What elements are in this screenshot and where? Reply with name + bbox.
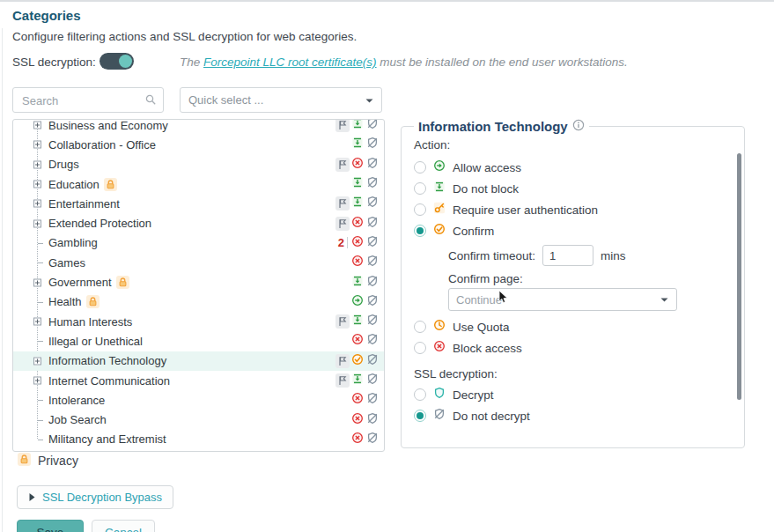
expand-icon[interactable] bbox=[33, 200, 41, 208]
category-tree: Business and EconomyCollaboration - Offi… bbox=[12, 119, 385, 452]
option-label: Decrypt bbox=[453, 388, 494, 402]
radio-button[interactable] bbox=[414, 388, 426, 401]
flag-icon bbox=[335, 354, 350, 368]
flag-icon bbox=[335, 217, 350, 231]
tree-leaf-tick bbox=[38, 400, 43, 401]
expand-icon[interactable] bbox=[33, 181, 41, 188]
confirm-timeout-label: Confirm timeout: bbox=[448, 249, 535, 262]
row-status-icons bbox=[332, 216, 380, 232]
category-label: Collaboration - Office bbox=[48, 138, 156, 151]
option-label: Require user authentication bbox=[453, 203, 598, 217]
do-not-decrypt-icon bbox=[366, 119, 379, 133]
action-option-allow-access[interactable]: Allow access bbox=[414, 157, 733, 178]
action-option-do-not-block[interactable]: Do not block bbox=[414, 178, 733, 199]
row-status-icons bbox=[332, 157, 380, 173]
action-label: Action: bbox=[414, 138, 733, 151]
allow-access-icon bbox=[351, 294, 364, 310]
tree-row-games[interactable]: Games bbox=[13, 253, 384, 272]
pending-changes-badge: 2 bbox=[338, 236, 344, 249]
expand-icon[interactable] bbox=[33, 141, 41, 149]
cancel-button[interactable]: Cancel bbox=[92, 520, 155, 532]
confirm-page-dropdown[interactable]: Continue bbox=[448, 288, 677, 311]
panel-scrollbar-thumb[interactable] bbox=[737, 153, 741, 400]
quick-select-dropdown[interactable]: Quick select ... bbox=[180, 87, 382, 113]
confirm-timeout-input[interactable] bbox=[542, 245, 593, 266]
confirm-details: Confirm timeout: mins Confirm page: Cont… bbox=[448, 245, 733, 311]
badge-divider bbox=[347, 237, 348, 248]
expand-icon[interactable] bbox=[33, 219, 41, 227]
expand-icon[interactable] bbox=[33, 318, 41, 326]
tree-leaf-tick bbox=[38, 243, 43, 244]
search-box bbox=[12, 87, 164, 113]
flag-icon bbox=[335, 373, 350, 388]
tree-row-extended-protection[interactable]: Extended Protection bbox=[13, 213, 384, 233]
certificate-link[interactable]: Forcepoint LLC root certificate(s) bbox=[203, 55, 377, 69]
do-not-decrypt-icon bbox=[366, 275, 379, 291]
decrypt-shield-icon bbox=[433, 387, 446, 403]
radio-button[interactable] bbox=[414, 410, 426, 422]
lock-icon bbox=[18, 453, 31, 466]
do-not-decrypt-icon bbox=[366, 196, 379, 211]
tree-row-government[interactable]: Government bbox=[13, 272, 384, 292]
tree-row-drugs[interactable]: Drugs bbox=[13, 155, 384, 174]
radio-button[interactable] bbox=[414, 342, 426, 354]
tree-leaf-tick bbox=[38, 341, 43, 342]
row-status-icons: 2 bbox=[332, 235, 380, 251]
info-icon[interactable] bbox=[572, 119, 585, 134]
action-option-confirm[interactable]: Confirm bbox=[414, 220, 733, 241]
ssl-decryption-toggle[interactable] bbox=[100, 53, 134, 70]
expand-icon[interactable] bbox=[33, 122, 41, 129]
tree-row-internet-communication[interactable]: Internet Communication bbox=[13, 371, 384, 390]
tree-row-job-search[interactable]: Job Search bbox=[13, 410, 384, 429]
category-label: Health bbox=[48, 295, 100, 308]
option-label: Allow access bbox=[453, 161, 521, 174]
confirm-page-value: Continue bbox=[456, 293, 660, 307]
tree-row-education[interactable]: Education bbox=[13, 174, 384, 194]
expand-icon[interactable] bbox=[33, 160, 41, 168]
row-status-icons bbox=[332, 353, 380, 369]
radio-button[interactable] bbox=[414, 203, 426, 216]
expand-icon[interactable] bbox=[33, 278, 41, 286]
action-option-block-access[interactable]: Block access bbox=[414, 337, 733, 358]
block-access-icon bbox=[351, 392, 364, 408]
do-not-decrypt-icon bbox=[433, 408, 446, 424]
tree-row-collaboration-office[interactable]: Collaboration - Office bbox=[13, 135, 384, 154]
ssl-decryption-bypass-button[interactable]: SSL Decryption Bypass bbox=[17, 485, 173, 509]
tree-row-human-interests[interactable]: Human Interests bbox=[13, 312, 384, 331]
ssl-option-decrypt[interactable]: Decrypt bbox=[414, 384, 733, 405]
radio-button[interactable] bbox=[414, 225, 426, 237]
do-not-decrypt-icon bbox=[366, 314, 379, 329]
radio-button[interactable] bbox=[414, 182, 426, 195]
tree-row-intolerance[interactable]: Intolerance bbox=[13, 390, 384, 410]
action-option-require-user-authentication[interactable]: Require user authentication bbox=[414, 199, 733, 220]
expand-icon[interactable] bbox=[33, 377, 41, 385]
do-not-decrypt-icon bbox=[366, 294, 379, 310]
ssl-option-do-not-decrypt[interactable]: Do not decrypt bbox=[414, 405, 733, 426]
do-not-block-icon bbox=[433, 181, 446, 196]
privacy-row: Privacy bbox=[18, 453, 78, 469]
action-option-use-quota[interactable]: Use Quota bbox=[414, 316, 733, 337]
do-not-decrypt-icon bbox=[366, 157, 379, 173]
tree-row-information-technology[interactable]: Information Technology bbox=[13, 351, 384, 371]
category-label: Government bbox=[48, 276, 129, 289]
save-button[interactable]: Save bbox=[17, 520, 84, 532]
tree-row-health[interactable]: Health bbox=[13, 292, 384, 312]
do-not-decrypt-icon bbox=[366, 235, 379, 251]
search-input[interactable] bbox=[20, 89, 147, 113]
category-label: Militancy and Extremist bbox=[48, 432, 166, 446]
tree-row-business-and-economy[interactable]: Business and Economy bbox=[13, 119, 384, 135]
tree-row-entertainment[interactable]: Entertainment bbox=[13, 194, 384, 213]
lock-icon bbox=[86, 295, 100, 308]
radio-button[interactable] bbox=[414, 321, 426, 333]
option-label: Confirm bbox=[453, 225, 494, 238]
do-not-decrypt-icon bbox=[366, 137, 379, 152]
category-label: Business and Economy bbox=[48, 119, 168, 132]
category-label: Extended Protection bbox=[48, 217, 151, 230]
block-access-icon bbox=[351, 216, 364, 232]
expand-icon[interactable] bbox=[33, 357, 41, 365]
radio-button[interactable] bbox=[414, 161, 426, 174]
row-status-icons bbox=[332, 432, 380, 447]
tree-row-militancy-and-extremist[interactable]: Militancy and Extremist bbox=[13, 430, 384, 449]
tree-row-gambling[interactable]: Gambling2 bbox=[13, 233, 384, 253]
tree-row-illegal-or-unethical[interactable]: Illegal or Unethical bbox=[13, 331, 384, 351]
